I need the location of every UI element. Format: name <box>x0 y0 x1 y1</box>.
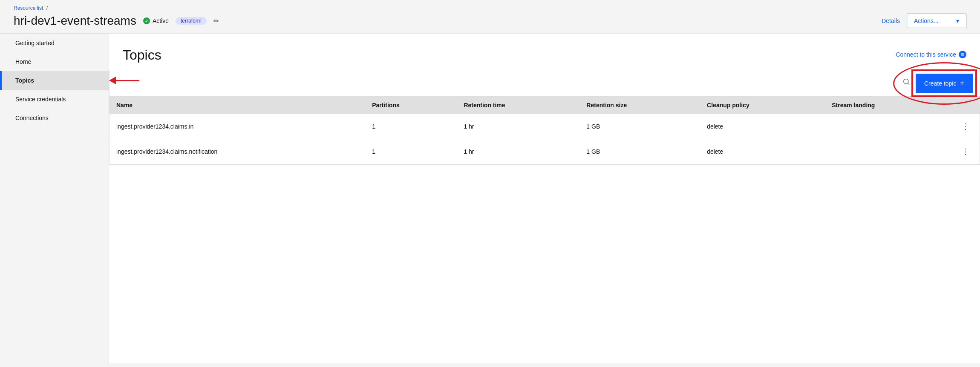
create-topic-button[interactable]: Create topic + <box>916 74 973 93</box>
page-title: hri-dev1-event-streams <box>14 14 136 28</box>
sidebar-item-home[interactable]: Home <box>0 52 109 71</box>
header-row: hri-dev1-event-streams Active terraform … <box>14 14 966 33</box>
breadcrumb-resource-list[interactable]: Resource list <box>14 5 43 11</box>
topics-title: Topics <box>123 47 161 63</box>
sidebar: Getting started Home Topics Service cred… <box>0 34 109 363</box>
cell-name: ingest.provider1234.claims.in <box>110 114 365 139</box>
col-name: Name <box>110 97 365 114</box>
main-content: Topics Connect to this service ⚙ Create … <box>109 34 980 363</box>
actions-label: Actions... <box>914 17 939 24</box>
actions-button[interactable]: Actions... ▾ <box>907 14 966 28</box>
chevron-down-icon: ▾ <box>956 17 959 24</box>
sidebar-item-getting-started[interactable]: Getting started <box>0 34 109 52</box>
cell-retention-time: 1 hr <box>457 114 579 139</box>
cell-partitions: 1 <box>365 139 457 164</box>
search-icon <box>903 78 911 86</box>
connect-icon: ⚙ <box>959 51 966 58</box>
sidebar-item-topics[interactable]: Topics <box>0 71 109 90</box>
terraform-tag[interactable]: terraform <box>176 17 207 25</box>
table-header-row: Name Partitions Retention time Retention… <box>110 97 980 114</box>
connect-link-text: Connect to this service <box>896 51 956 58</box>
col-retention-time: Retention time <box>457 97 579 114</box>
table-row: ingest.provider1234.claims.in 1 1 hr 1 G… <box>110 114 980 139</box>
sidebar-item-label: Service credentials <box>15 96 66 103</box>
topics-table: Name Partitions Retention time Retention… <box>110 97 980 164</box>
header-right: Details Actions... ▾ <box>882 14 966 28</box>
create-topic-label: Create topic <box>924 80 956 87</box>
topics-header: Topics Connect to this service ⚙ <box>109 34 980 70</box>
col-cleanup-policy: Cleanup policy <box>700 97 825 114</box>
create-topic-wrapper: Create topic + <box>916 74 973 93</box>
status-icon <box>143 17 150 24</box>
create-topic-plus-icon: + <box>960 79 964 88</box>
col-retention-size: Retention size <box>579 97 700 114</box>
layout: Getting started Home Topics Service cred… <box>0 34 980 363</box>
header-left: hri-dev1-event-streams Active terraform … <box>14 14 219 28</box>
cell-stream-landing <box>825 114 951 139</box>
cell-stream-landing <box>825 139 951 164</box>
overflow-menu-button[interactable]: ⋮ <box>958 120 973 133</box>
search-button[interactable] <box>901 77 912 90</box>
cell-retention-size: 1 GB <box>579 139 700 164</box>
details-link[interactable]: Details <box>882 17 900 24</box>
col-overflow <box>951 97 980 114</box>
sidebar-item-connections[interactable]: Connections <box>0 109 109 127</box>
sidebar-item-service-credentials[interactable]: Service credentials <box>0 90 109 109</box>
col-partitions: Partitions <box>365 97 457 114</box>
breadcrumb: Resource list / <box>14 5 966 11</box>
table-toolbar: Create topic + <box>110 70 980 97</box>
table-body: ingest.provider1234.claims.in 1 1 hr 1 G… <box>110 114 980 164</box>
connect-to-service-link[interactable]: Connect to this service ⚙ <box>896 47 966 58</box>
cell-cleanup-policy: delete <box>700 139 825 164</box>
cell-overflow-menu: ⋮ <box>951 139 980 164</box>
header: Resource list / hri-dev1-event-streams A… <box>0 0 980 34</box>
sidebar-item-label: Topics <box>15 77 34 84</box>
col-stream-landing: Stream landing <box>825 97 951 114</box>
breadcrumb-separator: / <box>46 5 48 11</box>
cell-retention-size: 1 GB <box>579 114 700 139</box>
table-row: ingest.provider1234.claims.notification … <box>110 139 980 164</box>
cell-name: ingest.provider1234.claims.notification <box>110 139 365 164</box>
sidebar-item-label: Connections <box>15 115 49 121</box>
sidebar-item-label: Home <box>15 58 31 65</box>
status-badge: Active <box>143 17 169 24</box>
overflow-menu-button[interactable]: ⋮ <box>958 145 973 158</box>
table-header: Name Partitions Retention time Retention… <box>110 97 980 114</box>
status-text: Active <box>153 17 169 24</box>
sidebar-item-label: Getting started <box>15 40 55 46</box>
table-section: Create topic + Name Partitions Retention… <box>109 70 980 165</box>
cell-retention-time: 1 hr <box>457 139 579 164</box>
cell-cleanup-policy: delete <box>700 114 825 139</box>
cell-partitions: 1 <box>365 114 457 139</box>
edit-icon[interactable]: ✏ <box>213 17 219 25</box>
cell-overflow-menu: ⋮ <box>951 114 980 139</box>
